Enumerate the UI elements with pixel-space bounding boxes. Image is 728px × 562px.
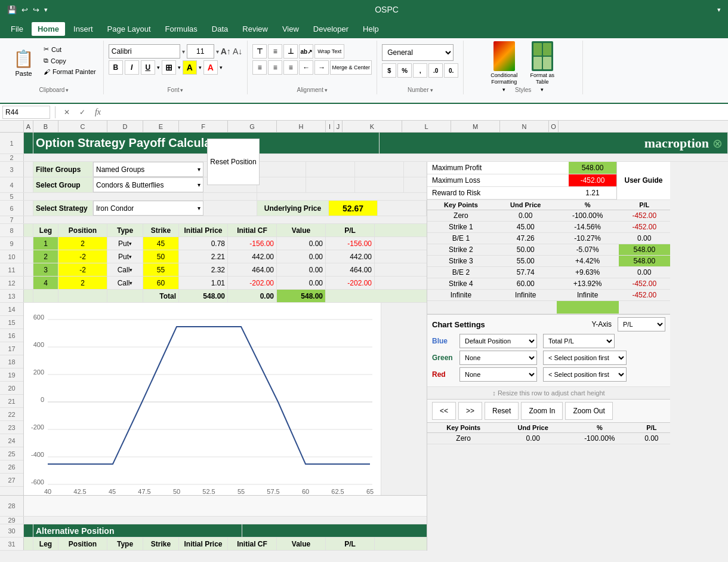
col-header-c[interactable]: C: [58, 121, 107, 132]
value-3[interactable]: 0.00: [277, 263, 326, 276]
value-2[interactable]: 0.00: [277, 250, 326, 263]
zoom-in-button[interactable]: Zoom In: [521, 402, 563, 420]
initial-cf-4[interactable]: -202.00: [228, 277, 277, 289]
col-header-g[interactable]: G: [228, 121, 277, 132]
blue-position-select[interactable]: Default Position: [459, 334, 537, 348]
col-header-o[interactable]: O: [549, 121, 559, 132]
green-position-select[interactable]: None: [459, 351, 537, 365]
font-color-dropdown-icon[interactable]: ▾: [220, 65, 223, 70]
col-header-m[interactable]: M: [451, 121, 500, 132]
select-strategy-dropdown-icon[interactable]: ▾: [198, 205, 200, 211]
cell-4b[interactable]: Select Group: [33, 177, 93, 192]
reset-button[interactable]: Reset: [485, 402, 519, 420]
type-4-dropdown[interactable]: ▾: [129, 280, 132, 286]
initial-cf-3[interactable]: 464.00: [228, 263, 277, 276]
red-series-select[interactable]: < Select position first: [543, 367, 627, 382]
underline-button[interactable]: U: [141, 60, 155, 75]
font-increase-icon[interactable]: A↑: [221, 47, 231, 56]
initial-price-4[interactable]: 1.01: [179, 277, 228, 289]
select-group-dropdown-icon[interactable]: ▾: [198, 182, 200, 188]
leg-1[interactable]: 1: [33, 237, 58, 250]
paste-button[interactable]: 📋 Paste: [10, 42, 38, 84]
type-1-dropdown[interactable]: ▾: [129, 241, 132, 247]
col-header-a[interactable]: A: [24, 121, 33, 132]
fmt-table-dropdown[interactable]: ▾: [541, 87, 544, 93]
col-header-e[interactable]: E: [143, 121, 179, 132]
menu-review[interactable]: Review: [236, 22, 274, 36]
initial-price-2[interactable]: 2.21: [179, 250, 228, 263]
align-top-button[interactable]: ⊤: [252, 44, 267, 59]
menu-developer[interactable]: Developer: [307, 22, 354, 36]
cond-fmt-dropdown[interactable]: ▾: [502, 87, 505, 93]
pos-2[interactable]: -2: [58, 250, 107, 263]
wrap-text-button[interactable]: Wrap Text: [314, 44, 344, 59]
green-series-select[interactable]: < Select position first: [543, 351, 627, 365]
cell-3c[interactable]: Named Groups ▾: [93, 162, 203, 177]
menu-home[interactable]: Home: [32, 22, 65, 36]
font-name-input[interactable]: [109, 44, 180, 59]
reset-position-button[interactable]: Reset Position: [207, 139, 260, 185]
font-decrease-icon[interactable]: A↓: [233, 47, 242, 56]
red-position-select[interactable]: None: [459, 367, 537, 382]
insert-function-icon[interactable]: fx: [91, 106, 104, 119]
cell-1a[interactable]: [24, 133, 33, 153]
col-header-i[interactable]: I: [326, 121, 334, 132]
leg-4[interactable]: 4: [33, 277, 58, 289]
underline-dropdown-icon[interactable]: ▾: [157, 65, 160, 70]
strike-3[interactable]: 55: [143, 263, 179, 276]
copy-button[interactable]: ⧉ Copy: [41, 56, 98, 66]
menu-page-layout[interactable]: Page Layout: [101, 22, 157, 36]
align-right-button[interactable]: ≡: [283, 60, 298, 75]
col-header-j[interactable]: J: [334, 121, 343, 132]
col-header-b[interactable]: B: [33, 121, 58, 132]
col-header-d[interactable]: D: [107, 121, 143, 132]
increase-decimal-button[interactable]: .0: [428, 63, 443, 78]
cell-6c[interactable]: Iron Condor ▾: [93, 201, 203, 216]
user-guide-button[interactable]: User Guide: [616, 162, 670, 199]
col-header-h[interactable]: H: [277, 121, 326, 132]
align-left-button[interactable]: ≡: [252, 60, 267, 75]
formula-input[interactable]: [107, 106, 726, 119]
col-header-k[interactable]: K: [343, 121, 402, 132]
align-center-button[interactable]: ≡: [268, 60, 282, 75]
more-icon[interactable]: ▾: [44, 6, 48, 14]
initial-cf-2[interactable]: 442.00: [228, 250, 277, 263]
strike-4[interactable]: 60: [143, 277, 179, 289]
cell-6g[interactable]: 52.67: [329, 201, 378, 216]
cell-3b[interactable]: Filter Groups: [33, 162, 93, 177]
menu-help[interactable]: Help: [357, 22, 385, 36]
type-2[interactable]: Put ▾: [107, 250, 143, 263]
y-axis-select[interactable]: P/L: [618, 317, 665, 331]
italic-button[interactable]: I: [125, 60, 139, 75]
pl-1[interactable]: -156.00: [326, 237, 375, 250]
pl-2[interactable]: 442.00: [326, 250, 375, 263]
comma-button[interactable]: ,: [413, 63, 427, 78]
format-painter-button[interactable]: 🖌 Format Painter: [41, 67, 98, 76]
leg-2[interactable]: 2: [33, 250, 58, 263]
align-middle-button[interactable]: ≡: [268, 44, 282, 59]
initial-price-3[interactable]: 2.32: [179, 263, 228, 276]
font-size-input[interactable]: [187, 44, 214, 59]
cut-button[interactable]: ✂ Cut: [41, 44, 98, 54]
pos-3[interactable]: -2: [58, 263, 107, 276]
menu-file[interactable]: File: [5, 22, 29, 36]
col-header-f[interactable]: F: [179, 121, 228, 132]
conditional-formatting-button[interactable]: Conditional Formatting ▾: [486, 41, 522, 93]
col-header-n[interactable]: N: [500, 121, 549, 132]
strike-1[interactable]: 45: [143, 237, 179, 250]
pl-3[interactable]: 464.00: [326, 263, 375, 276]
menu-formulas[interactable]: Formulas: [159, 22, 203, 36]
accounting-button[interactable]: $: [382, 63, 396, 78]
cancel-formula-icon[interactable]: ✕: [60, 106, 73, 119]
border-dropdown-icon[interactable]: ▾: [178, 65, 181, 70]
font-name-dropdown-icon[interactable]: ▾: [182, 48, 185, 55]
type-3-dropdown[interactable]: ▾: [129, 267, 132, 273]
indent-left-button[interactable]: ←: [299, 60, 313, 75]
border-button[interactable]: ⊞: [162, 60, 176, 75]
prev-prev-button[interactable]: <<: [432, 402, 456, 420]
blue-series-select[interactable]: Total P/L: [543, 334, 615, 348]
format-table-button[interactable]: Format as Table ▾: [525, 41, 560, 93]
filter-groups-dropdown-icon[interactable]: ▾: [198, 166, 200, 173]
indent-right-button[interactable]: →: [314, 60, 329, 75]
merge-center-button[interactable]: Merge & Center: [330, 60, 372, 75]
